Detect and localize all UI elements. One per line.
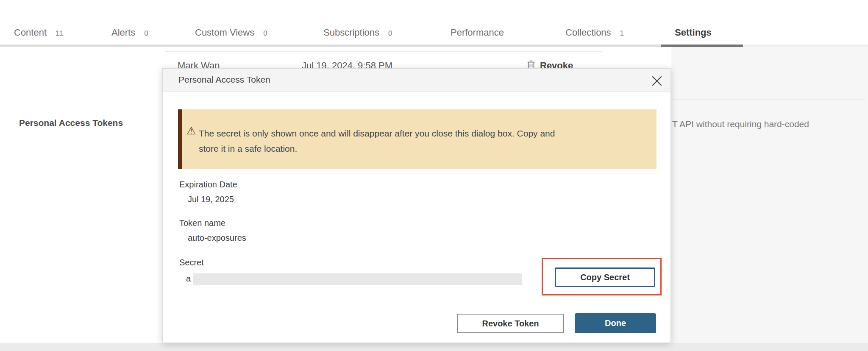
tab-subscriptions[interactable]: Subscriptions 0 xyxy=(323,27,392,41)
close-icon[interactable] xyxy=(650,74,664,88)
dialog-title: Personal Access Token xyxy=(178,75,270,85)
table-row-divider xyxy=(165,51,602,52)
revoke-token-button[interactable]: Revoke Token xyxy=(457,314,564,333)
token-name-label: Token name xyxy=(179,218,225,228)
tab-collections[interactable]: Collections 1 xyxy=(565,27,624,41)
settings-page: Content 11 Alerts 0 Custom Views 0 Subsc… xyxy=(0,0,868,351)
secret-redacted-bar xyxy=(193,273,522,285)
secret-label: Secret xyxy=(179,258,204,267)
tab-count-badge: 0 xyxy=(263,29,267,38)
tab-label: Settings xyxy=(675,27,712,38)
warning-message: The secret is only shown once and will d… xyxy=(199,126,640,156)
token-name-value: auto-exposures xyxy=(188,233,246,243)
expiration-date-value: Jul 19, 2025 xyxy=(188,195,234,204)
tab-count-badge: 11 xyxy=(56,29,63,38)
tab-settings[interactable]: Settings xyxy=(675,27,712,41)
tab-count-badge: 0 xyxy=(388,29,392,38)
secret-value-visible: a xyxy=(186,274,191,284)
dialog-header: Personal Access Token xyxy=(163,69,670,92)
copy-secret-button[interactable]: Copy Secret xyxy=(555,267,655,287)
tab-label: Performance xyxy=(451,27,504,38)
tab-label: Subscriptions xyxy=(323,27,379,38)
warning-icon: ⚠ xyxy=(186,125,196,137)
personal-access-token-dialog: Personal Access Token ⚠ The secret is on… xyxy=(162,68,671,343)
tab-label: Content xyxy=(14,27,47,38)
tab-performance[interactable]: Performance xyxy=(451,27,504,41)
section-divider xyxy=(671,99,865,100)
warning-line-1: The secret is only shown once and will d… xyxy=(199,126,640,141)
description-text-fragment: T API without requiring hard-coded xyxy=(672,119,809,129)
warning-line-2: store it in a safe location. xyxy=(199,141,640,156)
tab-label: Collections xyxy=(565,27,611,38)
tab-label: Custom Views xyxy=(195,27,254,38)
tab-alerts[interactable]: Alerts 0 xyxy=(111,27,148,41)
tabbar-divider xyxy=(0,45,661,47)
right-description-panel: T API without requiring hard-coded xyxy=(671,47,868,343)
expiration-date-label: Expiration Date xyxy=(179,180,237,189)
tab-content[interactable]: Content 11 xyxy=(14,27,63,41)
tab-count-badge: 0 xyxy=(144,29,148,38)
tab-count-badge: 1 xyxy=(620,29,624,38)
done-button[interactable]: Done xyxy=(575,313,656,333)
page-bottom-background xyxy=(0,343,868,351)
tab-label: Alerts xyxy=(111,27,135,38)
warning-banner: ⚠ The secret is only shown once and will… xyxy=(178,109,657,169)
tab-custom-views[interactable]: Custom Views 0 xyxy=(195,27,267,41)
section-label-personal-access-tokens: Personal Access Tokens xyxy=(19,118,123,128)
